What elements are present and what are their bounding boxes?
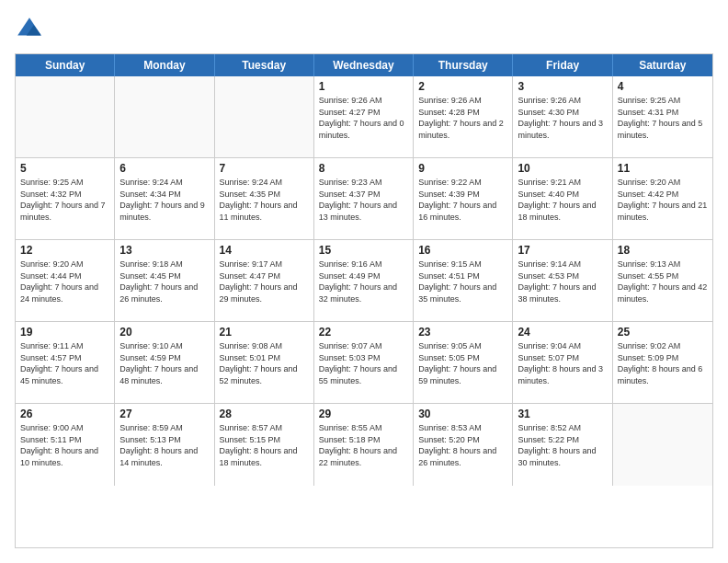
cell-info: Sunrise: 9:00 AM Sunset: 5:11 PM Dayligh… <box>20 422 109 468</box>
cell-info: Sunrise: 9:07 AM Sunset: 5:03 PM Dayligh… <box>319 340 408 386</box>
calendar-cell: 12Sunrise: 9:20 AM Sunset: 4:44 PM Dayli… <box>16 240 115 321</box>
cell-day-number: 24 <box>518 326 607 339</box>
cell-info: Sunrise: 8:52 AM Sunset: 5:22 PM Dayligh… <box>518 422 607 468</box>
weekday-header-thursday: Thursday <box>414 54 513 76</box>
calendar-body: 1Sunrise: 9:26 AM Sunset: 4:27 PM Daylig… <box>16 76 712 486</box>
calendar-cell: 5Sunrise: 9:25 AM Sunset: 4:32 PM Daylig… <box>16 158 115 239</box>
cell-day-number: 12 <box>20 244 109 257</box>
cell-day-number: 7 <box>220 162 309 175</box>
cell-day-number: 1 <box>319 80 408 93</box>
cell-info: Sunrise: 9:16 AM Sunset: 4:49 PM Dayligh… <box>319 259 408 304</box>
page: SundayMondayTuesdayWednesdayThursdayFrid… <box>0 0 728 563</box>
cell-day-number: 4 <box>618 80 708 93</box>
cell-info: Sunrise: 9:22 AM Sunset: 4:39 PM Dayligh… <box>418 177 507 223</box>
calendar-cell: 24Sunrise: 9:04 AM Sunset: 5:07 PM Dayli… <box>513 322 612 403</box>
cell-info: Sunrise: 9:20 AM Sunset: 4:42 PM Dayligh… <box>618 177 708 223</box>
calendar-header: SundayMondayTuesdayWednesdayThursdayFrid… <box>16 54 712 76</box>
cell-info: Sunrise: 8:57 AM Sunset: 5:15 PM Dayligh… <box>220 422 309 468</box>
cell-info: Sunrise: 8:55 AM Sunset: 5:18 PM Dayligh… <box>319 422 408 468</box>
cell-day-number: 31 <box>518 408 607 420</box>
calendar-cell: 29Sunrise: 8:55 AM Sunset: 5:18 PM Dayli… <box>314 404 414 486</box>
cell-day-number: 16 <box>418 244 507 257</box>
cell-info: Sunrise: 9:02 AM Sunset: 5:09 PM Dayligh… <box>618 340 708 386</box>
cell-day-number: 13 <box>119 244 209 257</box>
cell-info: Sunrise: 9:18 AM Sunset: 4:45 PM Dayligh… <box>119 259 209 304</box>
calendar: SundayMondayTuesdayWednesdayThursdayFrid… <box>15 53 713 548</box>
cell-info: Sunrise: 9:10 AM Sunset: 4:59 PM Dayligh… <box>119 340 209 386</box>
calendar-cell <box>215 76 314 157</box>
calendar-row-3: 12Sunrise: 9:20 AM Sunset: 4:44 PM Dayli… <box>16 240 712 322</box>
calendar-cell <box>115 76 214 157</box>
calendar-cell: 7Sunrise: 9:24 AM Sunset: 4:35 PM Daylig… <box>215 158 314 239</box>
cell-day-number: 17 <box>518 244 607 257</box>
cell-day-number: 2 <box>418 80 507 93</box>
cell-day-number: 26 <box>20 408 109 420</box>
cell-day-number: 27 <box>119 408 209 420</box>
cell-info: Sunrise: 9:04 AM Sunset: 5:07 PM Dayligh… <box>518 340 607 386</box>
calendar-cell: 18Sunrise: 9:13 AM Sunset: 4:55 PM Dayli… <box>613 240 712 321</box>
calendar-cell: 14Sunrise: 9:17 AM Sunset: 4:47 PM Dayli… <box>215 240 314 321</box>
calendar-cell <box>16 76 115 157</box>
calendar-cell: 8Sunrise: 9:23 AM Sunset: 4:37 PM Daylig… <box>314 158 414 239</box>
calendar-cell: 2Sunrise: 9:26 AM Sunset: 4:28 PM Daylig… <box>414 76 513 157</box>
cell-day-number: 15 <box>319 244 408 257</box>
cell-day-number: 14 <box>220 244 309 257</box>
cell-info: Sunrise: 9:11 AM Sunset: 4:57 PM Dayligh… <box>20 340 109 386</box>
calendar-cell: 27Sunrise: 8:59 AM Sunset: 5:13 PM Dayli… <box>115 404 214 486</box>
cell-day-number: 19 <box>20 326 109 339</box>
cell-info: Sunrise: 9:25 AM Sunset: 4:31 PM Dayligh… <box>618 95 708 141</box>
calendar-cell: 22Sunrise: 9:07 AM Sunset: 5:03 PM Dayli… <box>314 322 414 403</box>
cell-info: Sunrise: 9:14 AM Sunset: 4:53 PM Dayligh… <box>518 259 607 304</box>
weekday-header-monday: Monday <box>115 54 214 76</box>
calendar-cell: 15Sunrise: 9:16 AM Sunset: 4:49 PM Dayli… <box>314 240 414 321</box>
cell-day-number: 5 <box>20 162 109 175</box>
calendar-cell: 10Sunrise: 9:21 AM Sunset: 4:40 PM Dayli… <box>513 158 612 239</box>
cell-day-number: 3 <box>518 80 607 93</box>
cell-info: Sunrise: 9:23 AM Sunset: 4:37 PM Dayligh… <box>319 177 408 223</box>
calendar-cell: 17Sunrise: 9:14 AM Sunset: 4:53 PM Dayli… <box>513 240 612 321</box>
weekday-header-sunday: Sunday <box>16 54 115 76</box>
cell-info: Sunrise: 9:26 AM Sunset: 4:27 PM Dayligh… <box>319 95 408 141</box>
logo-icon <box>15 15 44 44</box>
cell-info: Sunrise: 9:17 AM Sunset: 4:47 PM Dayligh… <box>220 259 309 304</box>
calendar-row-1: 1Sunrise: 9:26 AM Sunset: 4:27 PM Daylig… <box>16 76 712 158</box>
calendar-cell: 3Sunrise: 9:26 AM Sunset: 4:30 PM Daylig… <box>513 76 612 157</box>
cell-info: Sunrise: 9:08 AM Sunset: 5:01 PM Dayligh… <box>220 340 309 386</box>
logo <box>15 15 48 44</box>
cell-info: Sunrise: 9:25 AM Sunset: 4:32 PM Dayligh… <box>20 177 109 223</box>
calendar-cell: 28Sunrise: 8:57 AM Sunset: 5:15 PM Dayli… <box>215 404 314 486</box>
cell-day-number: 21 <box>220 326 309 339</box>
header <box>15 15 713 44</box>
cell-day-number: 8 <box>319 162 408 175</box>
calendar-cell: 16Sunrise: 9:15 AM Sunset: 4:51 PM Dayli… <box>414 240 513 321</box>
cell-info: Sunrise: 9:24 AM Sunset: 4:35 PM Dayligh… <box>220 177 309 223</box>
cell-info: Sunrise: 8:59 AM Sunset: 5:13 PM Dayligh… <box>119 422 209 468</box>
cell-day-number: 23 <box>418 326 507 339</box>
calendar-cell: 23Sunrise: 9:05 AM Sunset: 5:05 PM Dayli… <box>414 322 513 403</box>
cell-day-number: 10 <box>518 162 607 175</box>
cell-day-number: 25 <box>618 326 708 339</box>
calendar-cell: 9Sunrise: 9:22 AM Sunset: 4:39 PM Daylig… <box>414 158 513 239</box>
cell-info: Sunrise: 9:15 AM Sunset: 4:51 PM Dayligh… <box>418 259 507 304</box>
cell-day-number: 6 <box>119 162 209 175</box>
cell-info: Sunrise: 9:21 AM Sunset: 4:40 PM Dayligh… <box>518 177 607 223</box>
cell-info: Sunrise: 9:26 AM Sunset: 4:30 PM Dayligh… <box>518 95 607 141</box>
calendar-row-4: 19Sunrise: 9:11 AM Sunset: 4:57 PM Dayli… <box>16 322 712 404</box>
calendar-cell: 13Sunrise: 9:18 AM Sunset: 4:45 PM Dayli… <box>115 240 214 321</box>
calendar-cell: 4Sunrise: 9:25 AM Sunset: 4:31 PM Daylig… <box>613 76 712 157</box>
cell-day-number: 22 <box>319 326 408 339</box>
calendar-cell: 19Sunrise: 9:11 AM Sunset: 4:57 PM Dayli… <box>16 322 115 403</box>
cell-info: Sunrise: 9:13 AM Sunset: 4:55 PM Dayligh… <box>618 259 708 304</box>
calendar-cell: 11Sunrise: 9:20 AM Sunset: 4:42 PM Dayli… <box>613 158 712 239</box>
calendar-cell: 30Sunrise: 8:53 AM Sunset: 5:20 PM Dayli… <box>414 404 513 486</box>
cell-info: Sunrise: 9:05 AM Sunset: 5:05 PM Dayligh… <box>418 340 507 386</box>
cell-day-number: 20 <box>119 326 209 339</box>
weekday-header-tuesday: Tuesday <box>215 54 314 76</box>
calendar-cell <box>613 404 712 486</box>
weekday-header-friday: Friday <box>513 54 612 76</box>
weekday-header-saturday: Saturday <box>613 54 712 76</box>
cell-day-number: 18 <box>618 244 708 257</box>
cell-info: Sunrise: 8:53 AM Sunset: 5:20 PM Dayligh… <box>418 422 507 468</box>
cell-day-number: 9 <box>418 162 507 175</box>
cell-info: Sunrise: 9:20 AM Sunset: 4:44 PM Dayligh… <box>20 259 109 304</box>
